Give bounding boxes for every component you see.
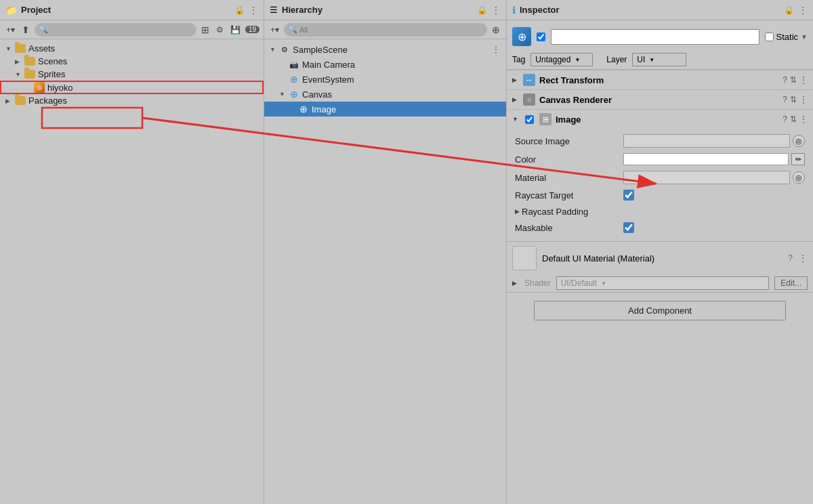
project-tree: ▼ Assets ▶ Scenes ▼ Sprites hiyoko xyxy=(0,39,264,504)
component-actions: ? ⇅ ⋮ xyxy=(783,95,808,104)
raycast-padding-label: Raycast Padding xyxy=(522,207,630,217)
badge: 19 xyxy=(245,26,259,33)
filter-icon[interactable]: ⊕ xyxy=(490,24,502,36)
help-icon[interactable]: ? xyxy=(783,114,787,124)
canvas-renderer-component[interactable]: ▶ ○ Canvas Renderer ? ⇅ ⋮ xyxy=(507,89,813,109)
raycast-target-value xyxy=(623,190,805,201)
tag-value: Untagged xyxy=(535,55,570,64)
tree-item-scenes[interactable]: ▶ Scenes xyxy=(0,55,264,68)
tree-item-assets[interactable]: ▼ Assets xyxy=(0,42,264,55)
more-icon[interactable]: ⋮ xyxy=(799,75,808,85)
hierarchy-item-eventsystem[interactable]: ⊕ EventSystem xyxy=(264,72,506,87)
help-icon[interactable]: ? xyxy=(783,75,787,85)
hierarchy-item-label: Image xyxy=(312,104,336,114)
add-button[interactable]: +▾ xyxy=(268,24,281,35)
static-checkbox[interactable] xyxy=(765,33,774,41)
edit-button[interactable]: Edit... xyxy=(774,276,808,290)
color-label: Color xyxy=(515,154,623,165)
hierarchy-item-canvas[interactable]: ▼ ⊕ Canvas xyxy=(264,87,506,102)
tree-item-label: hiyoko xyxy=(47,83,73,93)
inspector-panel-title: Inspector xyxy=(520,5,560,15)
material-field[interactable]: None (Material) xyxy=(623,171,790,184)
maskable-checkbox[interactable] xyxy=(623,222,634,233)
dropdown-arrow: ▼ xyxy=(601,280,606,287)
eventsystem-icon: ⊕ xyxy=(289,74,299,85)
tag-label: Tag xyxy=(512,55,525,64)
inspector-content: ⊕ Image Static ▼ Tag Untagged ▼ Layer U xyxy=(507,20,813,504)
canvas-renderer-label: Canvas Renderer xyxy=(539,95,778,105)
add-button[interactable]: +▾ xyxy=(4,24,17,35)
dropdown-arrow: ▼ xyxy=(575,57,580,63)
more-options-icon[interactable]: ⋮ xyxy=(491,5,501,16)
rect-transform-component[interactable]: ▶ ↔ Rect Transform ? ⇅ ⋮ xyxy=(507,70,813,89)
adjust-icon[interactable]: ⇅ xyxy=(790,95,797,104)
project-search-input[interactable] xyxy=(50,26,192,34)
image-enabled-checkbox[interactable] xyxy=(525,115,534,124)
object-name-field[interactable]: Image xyxy=(551,29,759,45)
raycast-padding-row: ▶ Raycast Padding xyxy=(507,203,813,219)
tree-item-label: Sprites xyxy=(38,69,65,79)
tree-item-label: Packages xyxy=(28,96,67,106)
source-image-field[interactable]: None (Sprite) xyxy=(623,134,790,148)
sprite-thumbnail xyxy=(34,82,45,93)
raycast-target-checkbox[interactable] xyxy=(623,190,634,201)
source-image-value: None (Sprite) ◎ xyxy=(623,134,805,148)
material-row: Material None (Material) ◎ xyxy=(507,168,813,187)
folder-icon-sprites xyxy=(24,70,35,79)
maskable-label: Maskable xyxy=(515,223,623,233)
import-button[interactable]: ⬆ xyxy=(20,24,32,36)
adjust-icon[interactable]: ⇅ xyxy=(790,75,797,85)
save-button[interactable]: 💾 xyxy=(228,24,243,35)
material-header: Default UI Material (Material) ? ⋮ xyxy=(507,242,813,274)
color-eyedropper-button[interactable]: ✏ xyxy=(791,153,805,165)
material-section: Default UI Material (Material) ? ⋮ ▶ Sha… xyxy=(507,241,813,292)
help-icon[interactable]: ? xyxy=(783,95,787,104)
project-toolbar: +▾ ⬆ 🔍 ⊞ ⚙ 💾 19 xyxy=(0,20,264,39)
static-dropdown-arrow[interactable]: ▼ xyxy=(801,33,808,41)
tree-item-packages[interactable]: ▶ Packages xyxy=(0,94,264,107)
material-value: None (Material) ◎ xyxy=(623,171,805,184)
color-row: Color ✏ xyxy=(507,150,813,168)
filter-button[interactable]: ⚙ xyxy=(214,24,226,35)
color-swatch[interactable] xyxy=(623,153,789,165)
hierarchy-item-image[interactable]: ⊕ Image xyxy=(264,102,506,117)
hierarchy-item-label: Main Camera xyxy=(302,60,355,70)
material-thumbnail xyxy=(512,246,537,270)
active-checkbox[interactable] xyxy=(537,33,545,41)
hierarchy-tree: ▼ ⚙ SampleScene ⋮ 📷 Main Camera ⊕ EventS… xyxy=(264,39,506,504)
lock-icon: 🔒 xyxy=(234,5,245,15)
image-component-checkbox-area xyxy=(523,113,535,125)
inspector-object-header: ⊕ Image Static ▼ xyxy=(507,23,813,50)
more-options-icon[interactable]: ⋮ xyxy=(798,5,808,16)
tree-item-sprites[interactable]: ▼ Sprites xyxy=(0,68,264,81)
hierarchy-search-input[interactable] xyxy=(299,26,483,34)
tag-dropdown[interactable]: Untagged ▼ xyxy=(530,53,593,66)
more-icon[interactable]: ⋮ xyxy=(799,95,808,104)
tree-item-label: Assets xyxy=(28,43,55,54)
project-panel-title: Project xyxy=(21,5,51,15)
raycast-target-row: Raycast Target xyxy=(507,187,813,203)
adjust-icon[interactable]: ⇅ xyxy=(790,114,797,124)
layer-value: UI xyxy=(637,55,645,64)
source-image-select-button[interactable]: ◎ xyxy=(793,135,805,147)
image-component-header[interactable]: ▼ ⊞ Image ? ⇅ ⋮ xyxy=(507,109,813,129)
source-image-row: Source Image None (Sprite) ◎ xyxy=(507,131,813,150)
more-icon[interactable]: ⋮ xyxy=(491,44,501,55)
tree-item-hiyoko[interactable]: hiyoko xyxy=(0,81,264,94)
hierarchy-item-label: Canvas xyxy=(302,89,332,100)
more-icon[interactable]: ⋮ xyxy=(799,114,808,124)
more-icon[interactable]: ⋮ xyxy=(798,253,808,264)
layer-dropdown[interactable]: UI ▼ xyxy=(632,53,686,66)
material-select-button[interactable]: ◎ xyxy=(793,171,805,184)
add-component-button[interactable]: Add Component xyxy=(534,301,786,320)
hierarchy-item-maincamera[interactable]: 📷 Main Camera xyxy=(264,57,506,72)
view-mode-button[interactable]: ⊞ xyxy=(199,24,211,36)
hierarchy-item-samplescene[interactable]: ▼ ⚙ SampleScene ⋮ xyxy=(264,42,506,57)
more-options-icon[interactable]: ⋮ xyxy=(249,5,258,16)
help-icon[interactable]: ? xyxy=(788,253,793,263)
rect-transform-label: Rect Transform xyxy=(539,75,778,85)
shader-dropdown[interactable]: UI/Default ▼ xyxy=(556,276,770,290)
image-component-icon: ⊞ xyxy=(539,113,551,125)
dropdown-arrow: ▼ xyxy=(649,57,654,63)
project-search-box: 🔍 xyxy=(35,23,196,37)
